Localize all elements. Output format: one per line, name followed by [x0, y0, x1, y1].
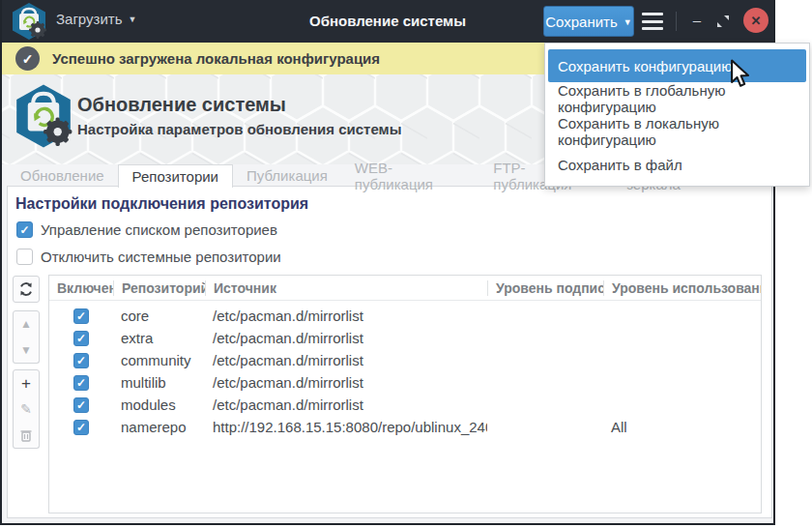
load-menu-button[interactable]: Загрузить ▼: [56, 11, 136, 27]
page-title: Обновление системы: [77, 94, 402, 116]
column-header-sign-level[interactable]: Уровень подписи: [487, 280, 603, 296]
close-icon: ✕: [751, 14, 762, 28]
delete-repo-button[interactable]: [13, 422, 40, 449]
column-header-source[interactable]: Источник: [205, 280, 487, 296]
hamburger-menu-icon[interactable]: [642, 13, 663, 30]
save-menu-item[interactable]: Сохранить в глобальную конфигурацию: [548, 82, 806, 115]
screenshot-canvas: Загрузить ▼ Обновление системы Сохранить…: [0, 0, 812, 528]
repo-source-cell: /etc/pacman.d/mirrorlist: [205, 330, 487, 346]
table-body: core /etc/pacman.d/mirrorlist extra /etc…: [49, 301, 761, 438]
add-repo-button[interactable]: +: [13, 369, 40, 396]
repo-source-cell: /etc/pacman.d/mirrorlist: [205, 352, 487, 368]
trash-icon: [19, 428, 33, 442]
column-header-usage-level[interactable]: Уровень использования: [603, 280, 761, 296]
success-check-icon: ✓: [15, 46, 40, 71]
titlebar-separator: [676, 12, 677, 31]
repo-name-cell: modules: [113, 396, 205, 413]
save-menu-button[interactable]: Сохранить ▼: [543, 6, 634, 37]
load-button-label: Загрузить: [56, 11, 123, 27]
chevron-down-icon: ▼: [129, 15, 137, 24]
titlebar: Загрузить ▼ Обновление системы Сохранить…: [2, 0, 773, 43]
manage-repos-checkbox-row: Управление списком репозиториев: [16, 221, 277, 238]
tab[interactable]: Публикация: [233, 164, 341, 187]
manage-repos-label: Управление списком репозиториев: [41, 221, 277, 238]
menu-item-label: Сохранить в локальную конфигурацию: [558, 115, 797, 148]
menu-item-label: Сохранить конфигурацию: [558, 58, 733, 74]
save-menu-item[interactable]: Сохранить в файл: [548, 148, 806, 181]
row-enabled-checkbox[interactable]: [73, 397, 89, 413]
table-row[interactable]: multilib /etc/pacman.d/mirrorlist: [49, 371, 761, 394]
edit-repo-button[interactable]: ✎: [13, 396, 40, 423]
table-row[interactable]: core /etc/pacman.d/mirrorlist: [49, 305, 761, 327]
row-enabled-checkbox[interactable]: [73, 308, 89, 324]
table-row[interactable]: community /etc/pacman.d/mirrorlist: [49, 349, 761, 371]
app-logo-icon: [10, 2, 48, 41]
save-menu-item[interactable]: Сохранить конфигурацию: [548, 49, 806, 82]
table-header-row: Включен Репозиторий Источник Уровень под…: [49, 276, 761, 301]
chevron-down-icon: ▼: [624, 18, 632, 27]
column-header-enabled[interactable]: Включен: [49, 280, 113, 296]
notification-text: Успешно загружена локальная конфигурация: [52, 50, 380, 67]
save-menu-item[interactable]: Сохранить в локальную конфигурацию: [548, 115, 806, 148]
repo-source-cell: /etc/pacman.d/mirrorlist: [205, 374, 487, 391]
table-row[interactable]: modules /etc/pacman.d/mirrorlist: [49, 394, 761, 416]
section-title: Настройки подключения репозитория: [15, 195, 308, 213]
row-enabled-checkbox[interactable]: [73, 331, 89, 346]
page-subtitle: Настройка параметров обновления системы: [77, 121, 402, 137]
repo-source-cell: /etc/pacman.d/mirrorlist: [205, 396, 487, 413]
move-down-button[interactable]: ▼: [13, 337, 40, 364]
pencil-icon: ✎: [20, 402, 32, 416]
tab[interactable]: WEB-публикация: [341, 164, 479, 187]
save-dropdown-menu: Сохранить конфигурацию Сохранить в глоба…: [544, 43, 810, 187]
minimize-button[interactable]: –: [686, 8, 708, 33]
repo-source-cell: /etc/pacman.d/mirrorlist: [205, 308, 487, 324]
tab[interactable]: Обновление: [7, 164, 118, 187]
table-row[interactable]: extra /etc/pacman.d/mirrorlist: [49, 327, 761, 349]
repo-usage-level-cell: All: [603, 419, 761, 435]
tab-label: Репозитории: [132, 168, 218, 185]
up-arrow-icon: ▲: [20, 318, 32, 330]
down-arrow-icon: ▼: [20, 344, 32, 356]
repo-name-cell: community: [113, 352, 205, 368]
row-enabled-checkbox[interactable]: [73, 420, 89, 435]
tab[interactable]: Репозитории: [118, 164, 233, 188]
menu-item-label: Сохранить в файл: [558, 157, 682, 173]
refresh-button[interactable]: [13, 276, 40, 303]
row-enabled-checkbox[interactable]: [73, 353, 89, 368]
repo-name-cell: multilib: [113, 374, 205, 391]
repo-name-cell: extra: [113, 330, 205, 346]
repo-source-cell: http://192.168.15.15:8080/repo/ublinux_2…: [205, 419, 487, 435]
content-panel: Настройки подключения репозитория Управл…: [7, 186, 772, 518]
disable-system-repos-checkbox-row: Отключить системные репозитории: [16, 249, 281, 265]
repositories-table: Включен Репозиторий Источник Уровень под…: [48, 275, 762, 513]
restore-button[interactable]: [715, 14, 731, 29]
update-app-icon: [14, 83, 73, 149]
plus-icon: +: [21, 375, 31, 392]
disable-system-repos-checkbox[interactable]: [16, 249, 33, 265]
move-up-button[interactable]: ▲: [13, 310, 40, 337]
tab-label: WEB-публикация: [355, 160, 466, 192]
refresh-icon: [18, 281, 34, 297]
row-enabled-checkbox[interactable]: [73, 375, 89, 391]
close-button[interactable]: ✕: [743, 8, 768, 33]
disable-system-repos-label: Отключить системные репозитории: [41, 249, 281, 265]
column-header-repository[interactable]: Репозиторий: [113, 280, 205, 296]
menu-item-label: Сохранить в глобальную конфигурацию: [558, 82, 797, 115]
tab-label: Публикация: [246, 167, 328, 184]
repo-name-cell: namerepo: [113, 419, 205, 435]
repo-name-cell: core: [113, 308, 205, 324]
table-row[interactable]: namerepo http://192.168.15.15:8080/repo/…: [49, 416, 761, 438]
manage-repos-checkbox[interactable]: [16, 221, 33, 238]
save-button-label: Сохранить: [545, 14, 618, 30]
tab-label: Обновление: [20, 167, 104, 184]
